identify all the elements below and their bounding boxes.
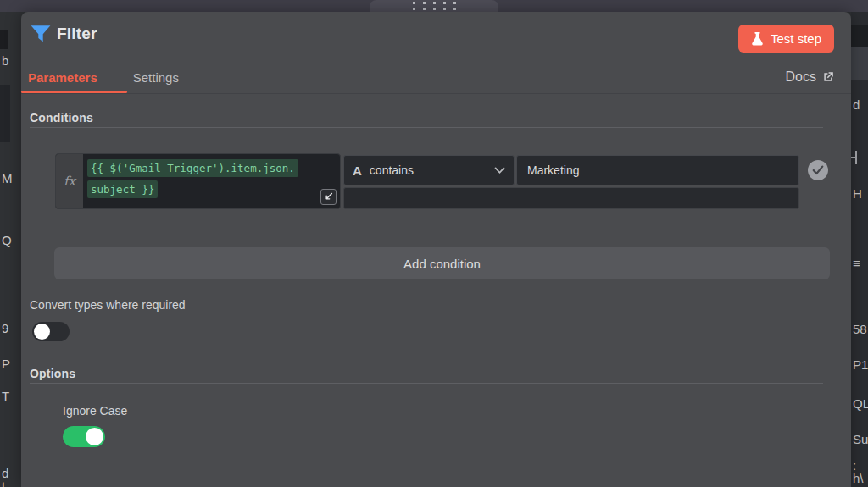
active-tab-underline: [21, 91, 127, 93]
background-text-fragment: H: [853, 187, 862, 201]
add-condition-button[interactable]: Add condition: [54, 247, 830, 279]
operator-select[interactable]: A contains: [343, 155, 515, 185]
panel-resize-handle[interactable]: [855, 151, 857, 164]
tab-parameters[interactable]: Parameters: [28, 70, 97, 90]
top-bar: [0, 0, 868, 12]
tab-bar: Parameters Settings: [28, 70, 179, 90]
convert-types-label: Convert types where required: [30, 298, 186, 312]
background-text-fragment: 58: [853, 323, 867, 336]
background-block: [0, 30, 8, 49]
test-step-label: Test step: [771, 31, 821, 46]
toggle-knob: [86, 428, 103, 445]
background-text-fragment: M: [2, 172, 13, 185]
options-divider: [30, 383, 823, 384]
header-divider: [21, 93, 851, 94]
operator-selected-value: contains: [370, 163, 414, 177]
node-details-panel: Filter Test step Parameters Settings Doc…: [21, 12, 851, 487]
background-text-fragment: d: [853, 98, 860, 112]
convert-types-toggle[interactable]: [32, 322, 70, 341]
background-text-fragment: ≡: [853, 257, 860, 270]
background-text-fragment: Q: [2, 234, 12, 247]
screen: b M Q 9 P T d t d H ≡ 58 P1 QL Su : h\ F…: [0, 0, 868, 487]
conditions-divider: [30, 127, 823, 128]
background-block: [851, 47, 868, 80]
condition-row-secondary-area: [343, 187, 799, 209]
background-text-fragment: P: [2, 357, 10, 371]
test-step-button[interactable]: Test step: [738, 25, 834, 53]
background-text-fragment: t: [2, 479, 5, 487]
toggle-knob: [34, 324, 50, 340]
background-text-fragment: Su: [853, 433, 868, 446]
background-block: [0, 85, 10, 142]
conditions-section-label: Conditions: [30, 111, 93, 125]
filter-funnel-icon: [30, 23, 52, 45]
condition-valid-check-icon: [808, 160, 828, 180]
expand-expression-button[interactable]: [320, 189, 337, 205]
expand-arrow-icon: [324, 192, 333, 202]
background-text-fragment: 9: [2, 322, 8, 335]
expression-line-2: subject }}: [87, 180, 158, 198]
drag-dots-icon: [413, 2, 456, 10]
background-text-fragment: QL: [853, 397, 868, 411]
docs-label: Docs: [786, 69, 816, 85]
background-text-fragment: b: [2, 54, 8, 68]
condition-value-text: Marketing: [527, 163, 579, 177]
docs-link[interactable]: Docs: [786, 69, 834, 85]
chevron-down-icon: [494, 167, 505, 174]
panel-drag-handle[interactable]: [370, 0, 498, 12]
options-section-label: Options: [30, 367, 75, 380]
condition-right-value-input[interactable]: Marketing: [516, 155, 799, 185]
condition-left-expression-input[interactable]: fx {{ $('Gmail Trigger').item.json. subj…: [55, 153, 341, 209]
operator-type-letter: A: [353, 163, 362, 178]
background-text-fragment: h\: [853, 472, 864, 485]
expression-code[interactable]: {{ $('Gmail Trigger').item.json. subject…: [83, 154, 298, 208]
ignore-case-toggle[interactable]: [63, 426, 105, 447]
node-title: Filter: [57, 25, 97, 43]
expression-line-1: {{ $('Gmail Trigger').item.json.: [87, 159, 298, 177]
background-block: [851, 25, 868, 47]
tab-settings[interactable]: Settings: [133, 70, 179, 90]
ignore-case-label: Ignore Case: [63, 404, 127, 418]
external-link-icon: [822, 71, 834, 83]
background-canvas-right: d H ≡ 58 P1 QL Su : h\: [851, 12, 868, 487]
background-text-fragment: P1: [853, 358, 868, 372]
background-text-fragment: T: [2, 390, 9, 403]
flask-icon: [751, 31, 764, 46]
background-canvas-left: b M Q 9 P T d t: [0, 12, 21, 487]
expression-fx-badge: fx: [56, 154, 83, 208]
